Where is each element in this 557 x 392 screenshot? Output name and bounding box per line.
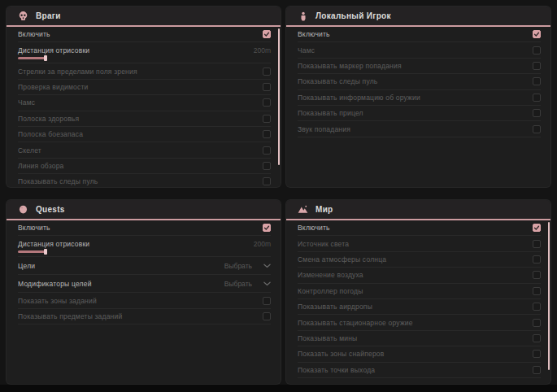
setting-row: Показывать мины [298, 331, 541, 346]
setting-label: Чамс [18, 98, 35, 107]
chevron-down-icon [263, 264, 271, 268]
checkbox[interactable] [533, 366, 541, 374]
checkbox[interactable] [533, 46, 541, 54]
setting-row: Дистанция отрисовки200m [18, 236, 271, 257]
setting-row: Контроллер погоды [298, 284, 541, 299]
checkbox[interactable] [533, 287, 541, 295]
distance-slider[interactable] [18, 57, 271, 59]
checkbox[interactable] [263, 312, 271, 320]
slider-fill [18, 250, 46, 253]
checkbox[interactable] [263, 162, 271, 170]
setting-label: Модификаторы целей [18, 280, 92, 288]
setting-row: Линия обзора [18, 159, 271, 174]
checkbox[interactable] [533, 109, 541, 117]
setting-label: Скелет [18, 146, 41, 155]
setting-label: Показывать стационарное оружие [298, 319, 413, 327]
checkbox[interactable] [263, 177, 271, 185]
panel-world: Мир ВключитьИсточник светаСмена атмосфер… [286, 200, 550, 384]
setting-label: Смена атмосферы солнца [298, 255, 386, 264]
checkbox[interactable] [533, 240, 541, 248]
checkbox[interactable] [533, 271, 541, 279]
setting-label: Полоска боезапаса [18, 130, 83, 138]
setting-label: Включить [18, 30, 50, 38]
checkbox[interactable] [263, 130, 271, 138]
slider-value: 200m [254, 240, 271, 248]
window-bottom-edge [0, 385, 557, 392]
dropdown[interactable]: Выбрать [224, 280, 271, 288]
setting-row: Модификаторы целейВыбрать [18, 275, 271, 293]
setting-row: Показывать стационарное оружие [298, 315, 541, 330]
panel-header: Враги [7, 7, 281, 25]
setting-label: Включить [298, 30, 330, 38]
panel-body: ВключитьИсточник светаСмена атмосферы со… [286, 220, 550, 378]
setting-label: Линия обзора [18, 162, 64, 170]
setting-label: Показывать аирдропы [298, 303, 372, 311]
setting-row: Показывать следы пуль [18, 174, 271, 187]
checkbox[interactable] [533, 125, 541, 133]
checkbox[interactable] [533, 77, 541, 85]
setting-row: Включить [18, 220, 271, 236]
setting-label: Полоска здоровья [18, 115, 79, 123]
checkbox[interactable] [263, 115, 271, 123]
panel-body: ВключитьДистанция отрисовки200mЦелиВыбра… [7, 220, 281, 324]
mountain-icon [298, 204, 308, 215]
setting-label: Звук попадания [298, 125, 350, 133]
setting-row: Источник света [298, 236, 541, 251]
checkbox[interactable] [533, 224, 541, 232]
setting-row: Показывать предметы заданий [18, 309, 271, 324]
person-icon [298, 11, 308, 21]
setting-row: Показывать прицел [298, 106, 541, 121]
panel-scrollbar[interactable] [548, 222, 550, 370]
checkbox[interactable] [533, 319, 541, 327]
checkbox[interactable] [263, 224, 271, 232]
panel-scrollbar[interactable] [278, 28, 280, 165]
checkmark-icon [263, 31, 270, 37]
checkbox[interactable] [533, 94, 541, 102]
panel-quests: Quests ВключитьДистанция отрисовки200mЦе… [7, 200, 281, 384]
setting-label: Дистанция отрисовки [18, 46, 89, 54]
setting-label: Источник света [298, 240, 349, 248]
panel-body: ВключитьДистанция отрисовки200mСтрелки з… [7, 27, 281, 187]
checkbox[interactable] [263, 297, 271, 305]
dropdown-value: Выбрать [224, 262, 252, 270]
panel-header: Локальный Игрок [286, 7, 550, 25]
panel-local-player: Локальный Игрок ВключитьЧамсПоказывать м… [286, 7, 550, 187]
setting-label: Показывать следы пуль [18, 177, 98, 185]
setting-label: Дистанция отрисовки [18, 240, 89, 248]
checkmark-icon [263, 224, 270, 231]
checkbox[interactable] [263, 146, 271, 155]
checkmark-icon [533, 224, 540, 231]
setting-label: Изменение воздуха [298, 271, 363, 279]
checkmark-icon [533, 31, 540, 37]
checkbox[interactable] [533, 303, 541, 311]
slider-thumb[interactable] [44, 55, 47, 61]
setting-row: Включить [298, 220, 541, 236]
checkbox[interactable] [533, 255, 541, 264]
checkbox[interactable] [263, 30, 271, 38]
setting-label: Показывать информацию об оружии [298, 94, 420, 102]
checkbox[interactable] [533, 334, 541, 342]
checkbox[interactable] [533, 30, 541, 38]
dropdown[interactable]: Выбрать [224, 262, 271, 270]
checkbox[interactable] [533, 62, 541, 70]
setting-label: Показывать мины [298, 334, 357, 342]
panel-title: Quests [36, 205, 65, 214]
setting-row: Включить [18, 27, 271, 42]
slider-header: Дистанция отрисовки200m [18, 46, 271, 54]
checkbox[interactable] [533, 350, 541, 358]
setting-label: Стрелки за пределами поля зрения [18, 68, 137, 76]
slider-thumb[interactable] [44, 249, 47, 255]
checkbox[interactable] [263, 83, 271, 91]
checkbox[interactable] [263, 98, 271, 107]
setting-row: Включить [298, 27, 541, 42]
setting-row: Полоска боезапаса [18, 127, 271, 142]
setting-row: Смена атмосферы солнца [298, 252, 541, 268]
setting-row: Звук попадания [298, 121, 541, 137]
setting-row: Показывать следы пуль [298, 74, 541, 89]
distance-slider[interactable] [18, 250, 271, 253]
panel-enemies: Враги ВключитьДистанция отрисовки200mСтр… [7, 7, 281, 187]
checkbox[interactable] [263, 68, 271, 76]
setting-label: Показать зоны заданий [18, 297, 97, 305]
setting-row: Проверка видимости [18, 80, 271, 95]
setting-row: Полоска здоровья [18, 111, 271, 127]
